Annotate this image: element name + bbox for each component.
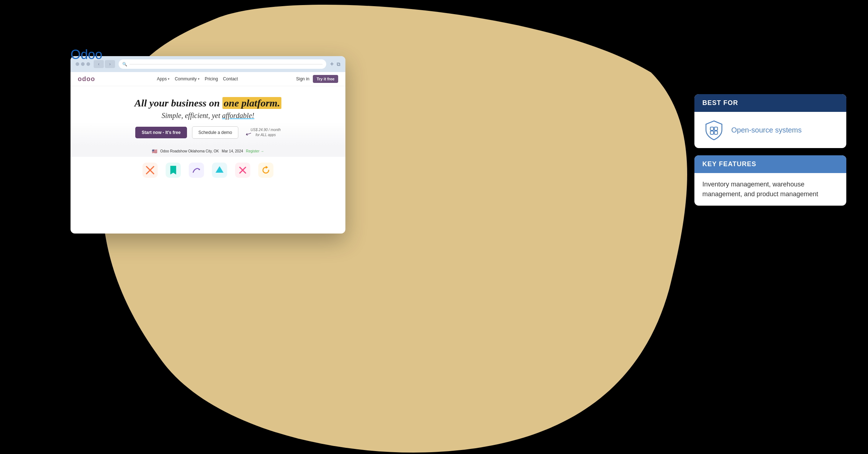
best-for-header: BEST FOR (694, 94, 846, 112)
subheadline-text: Simple, efficient, yet (162, 112, 222, 119)
app-icons-row (71, 157, 345, 184)
schedule-demo-button[interactable]: Schedule a demo (192, 126, 238, 139)
browser-actions: + ⧉ (330, 60, 340, 68)
svg-point-2 (199, 169, 200, 170)
pricing-line1: US$ 24.90 / month (251, 127, 281, 133)
community-chevron-icon: ▾ (198, 77, 200, 81)
hero-section: All your business on one platform. Simpl… (71, 86, 345, 146)
nav-apps-label: Apps (157, 76, 167, 81)
shield-boxes-icon (702, 118, 726, 142)
info-cards: BEST FOR Open-source systems KEY FEATURE… (694, 94, 846, 206)
headline-part1: All your business on (135, 97, 222, 109)
browser-window: ‹ › 🔍 + ⧉ odoo Apps ▾ Community (71, 56, 345, 234)
key-features-body: Inventory management, warehouse manageme… (694, 173, 846, 206)
address-line (129, 64, 323, 64)
app-icon-3[interactable] (189, 163, 204, 178)
logo-text: odoo (78, 75, 95, 83)
apps-chevron-icon: ▾ (168, 77, 170, 81)
site-nav: odoo Apps ▾ Community ▾ Pricing Contact (71, 72, 345, 86)
browser-dots (76, 62, 90, 66)
nav-pricing[interactable]: Pricing (205, 76, 218, 81)
hero-subheadline: Simple, efficient, yet affordable! (81, 112, 335, 120)
svg-rect-10 (714, 131, 718, 134)
browser-dot-1 (76, 62, 79, 66)
nav-pricing-label: Pricing (205, 76, 218, 81)
best-for-text: Open-source systems (731, 126, 802, 134)
website-content: odoo Apps ▾ Community ▾ Pricing Contact (71, 72, 345, 184)
subheadline-underline: affordable! (222, 112, 254, 119)
svg-marker-6 (266, 166, 268, 169)
hero-buttons: Start now - It's free Schedule a demo ↙ … (81, 126, 335, 139)
nav-apps[interactable]: Apps ▾ (157, 76, 170, 81)
best-for-card: BEST FOR Open-source systems (694, 94, 846, 148)
new-tab-button[interactable]: + (330, 60, 334, 68)
start-now-button[interactable]: Start now - It's free (135, 127, 187, 138)
svg-rect-7 (710, 127, 714, 130)
svg-rect-8 (714, 127, 718, 130)
sign-in-link[interactable]: Sign in (296, 76, 310, 81)
register-link[interactable]: Register → (246, 149, 264, 153)
nav-community[interactable]: Community ▾ (175, 76, 200, 81)
hero-headline: All your business on one platform. (81, 97, 335, 109)
app-icon-2[interactable] (166, 163, 181, 178)
app-icon-1[interactable] (142, 163, 158, 178)
flag-icon: 🇺🇸 (152, 149, 157, 154)
browser-chrome: ‹ › 🔍 + ⧉ (71, 56, 345, 72)
app-icon-6[interactable] (258, 163, 273, 178)
nav-contact-label: Contact (223, 76, 238, 81)
svg-rect-9 (710, 131, 714, 134)
best-for-body: Open-source systems (694, 112, 846, 148)
odoo-brand-label: Odoo (71, 47, 102, 62)
nav-contact[interactable]: Contact (223, 76, 238, 81)
try-free-button[interactable]: Try it free (313, 75, 338, 83)
nav-community-label: Community (175, 76, 197, 81)
roadshow-date: Mar 14, 2024 (222, 149, 243, 153)
roadshow-banner: 🇺🇸 Odoo Roadshow Oklahoma City, OK Mar 1… (71, 146, 345, 157)
browser-dot-3 (86, 62, 90, 66)
key-features-text: Inventory management, warehouse manageme… (702, 180, 838, 199)
key-features-card: KEY FEATURES Inventory management, wareh… (694, 155, 846, 206)
browser-forward-button[interactable]: › (105, 60, 115, 68)
headline-highlight: one platform. (222, 97, 282, 109)
app-icon-5[interactable] (235, 163, 250, 178)
roadshow-text: Odoo Roadshow Oklahoma City, OK (160, 149, 219, 153)
tab-copy-button[interactable]: ⧉ (337, 61, 340, 67)
site-logo: odoo (78, 75, 95, 83)
pricing-line2: for ALL apps (251, 133, 281, 138)
search-icon: 🔍 (122, 62, 127, 67)
key-features-header: KEY FEATURES (694, 155, 846, 173)
browser-address-bar[interactable]: 🔍 (119, 59, 326, 69)
app-icon-4[interactable] (212, 163, 227, 178)
browser-dot-2 (81, 62, 85, 66)
pricing-note: ↙ US$ 24.90 / month for ALL apps (251, 127, 281, 138)
svg-marker-3 (216, 166, 224, 173)
nav-links: Apps ▾ Community ▾ Pricing Contact (105, 76, 290, 81)
nav-actions: Sign in Try it free (296, 75, 338, 83)
